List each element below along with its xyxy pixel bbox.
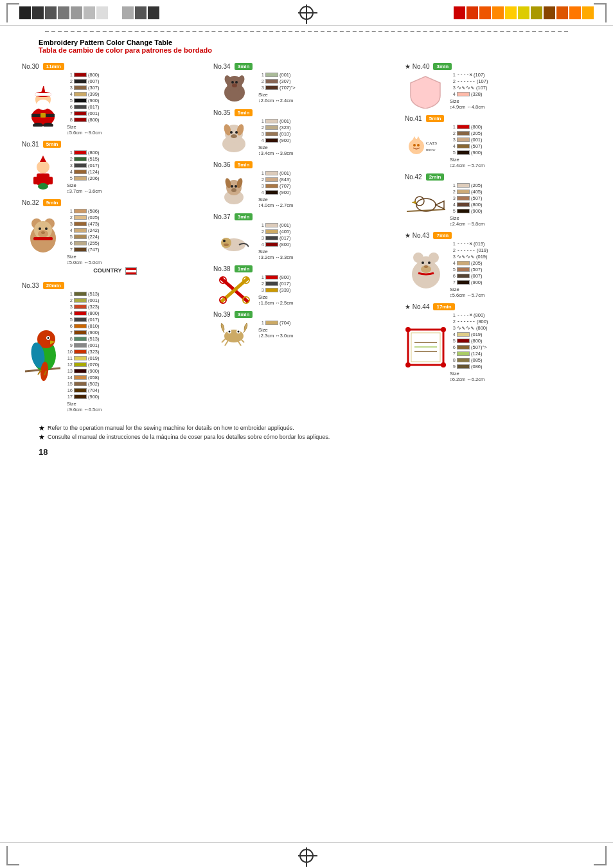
pattern-image-no44 <box>405 312 447 382</box>
cbar <box>71 6 82 19</box>
pattern-badge-no40: 3min <box>433 63 452 70</box>
cbar <box>505 6 517 19</box>
svg-point-97 <box>405 327 411 332</box>
pattern-number-no43: ★ No.43 <box>405 232 429 239</box>
pattern-badge-no44: 17min <box>433 303 454 310</box>
pattern-image-no36 <box>213 170 255 208</box>
pattern-number-no30: No.30 <box>22 63 39 70</box>
pattern-colors-no40: 1----×(107) 2------(107) 3∿∿∿∿(107) 4(32… <box>450 72 591 110</box>
pattern-size-no40: Size↕4.9cm ↔4.8cm <box>450 98 591 110</box>
pattern-no39: No.39 3min <box>211 308 402 348</box>
svg-marker-78 <box>416 136 420 140</box>
pattern-number-no40: ★ No.40 <box>405 63 429 70</box>
svg-point-48 <box>235 131 238 134</box>
svg-point-41 <box>235 81 238 84</box>
parrot-illustration <box>22 314 64 391</box>
svg-point-79 <box>413 144 416 146</box>
santa-illustration <box>24 82 62 127</box>
svg-rect-25 <box>33 237 53 240</box>
cbar <box>454 6 465 19</box>
svg-marker-77 <box>413 136 416 140</box>
bottom-crosshair-center <box>19 849 594 863</box>
right-column: ★ No.40 3min 1----×(107) 2------(107) 3∿… <box>402 60 594 415</box>
svg-point-100 <box>441 362 446 368</box>
bottom-border <box>0 842 613 868</box>
pattern-number-no39: No.39 <box>213 311 231 318</box>
mink-illustration <box>220 229 249 254</box>
pattern-badge-no38: 1min <box>235 265 253 272</box>
pattern-colors-no34: 1(001) 2(307) 3(707)"> Size↕2.6cm ↔2.4cm <box>258 72 400 104</box>
svg-point-98 <box>441 327 446 332</box>
pattern-colors-no30: 1(800) 2(007) 3(307) 4(399) 5(900) 6(017… <box>67 72 208 136</box>
bird-outline-illustration <box>407 193 445 216</box>
pattern-colors-no43: 1----×(019) 2------(019) 3∿∿∿∿(019) 4(20… <box>450 241 591 298</box>
pattern-colors-no32: 1(586) 2(025) 3(473) 4(242) 5(224) 6(255… <box>67 208 208 265</box>
pattern-number-no38: No.38 <box>213 265 231 272</box>
svg-point-40 <box>231 81 234 84</box>
shield-pink-illustration <box>408 73 443 109</box>
star-bullet-1: ★ <box>39 425 45 432</box>
note-row-1: ★ Refer to the operation manual for the … <box>39 425 574 432</box>
scissors-illustration <box>218 276 251 305</box>
svg-point-56 <box>231 188 236 192</box>
color-bars-right <box>454 6 594 19</box>
pattern-no44: ★ No.44 17min <box>402 301 594 385</box>
note-text-1: Refer to the operation manual for the se… <box>48 425 294 431</box>
svg-point-54 <box>231 185 233 188</box>
cbar <box>96 6 108 19</box>
cbar <box>556 6 568 19</box>
svg-point-76 <box>409 139 424 154</box>
pattern-colors-no44: 1----×(800) 2------(800) 3∿∿∿∿(800) 4(01… <box>450 312 591 382</box>
pattern-no34: No.34 3min 1(001) <box>211 60 402 107</box>
cbar <box>544 6 555 19</box>
svg-rect-8 <box>40 113 46 118</box>
svg-point-75 <box>238 331 240 333</box>
pattern-image-no31 <box>22 150 64 194</box>
svg-point-73 <box>229 331 231 333</box>
svg-marker-3 <box>40 85 46 94</box>
pattern-no30: No.30 11min <box>19 60 211 138</box>
cbar <box>19 6 31 19</box>
svg-point-93 <box>428 261 431 264</box>
svg-point-16 <box>38 183 48 190</box>
svg-point-92 <box>422 261 424 264</box>
pattern-badge-no32: 9min <box>43 199 62 206</box>
corner-bracket-br <box>594 846 607 865</box>
dog1-illustration <box>218 72 251 104</box>
crosshair-center <box>159 6 454 20</box>
pattern-size-no34: Size↕2.6cm ↔2.4cm <box>258 92 400 103</box>
crosshair-icon <box>299 6 314 20</box>
svg-point-11 <box>37 161 49 173</box>
svg-point-60 <box>224 244 229 246</box>
pattern-badge-no30: 11min <box>43 63 64 70</box>
cat-text-illustration: CATS meow <box>407 135 445 157</box>
pattern-number-no36: No.36 <box>213 161 231 168</box>
svg-point-84 <box>416 199 436 211</box>
pattern-size-no43: Size↕5.6cm ↔5.7cm <box>450 287 591 298</box>
pattern-colors-no31: 1(800) 2(515) 3(017) 4(124) 5(206) Size↕… <box>67 150 208 194</box>
bear2-illustration <box>407 249 445 290</box>
pattern-image-no40 <box>405 72 447 110</box>
cbar <box>135 6 147 19</box>
pattern-badge-no36: 5min <box>235 161 253 168</box>
cbar <box>45 6 57 19</box>
pattern-image-no30 <box>22 72 64 136</box>
pattern-number-no33: No.33 <box>22 282 39 289</box>
pattern-badge-no41: 5min <box>426 115 445 122</box>
country-flag-icon <box>125 267 137 275</box>
left-column: No.30 11min <box>19 60 211 415</box>
svg-point-80 <box>417 144 420 146</box>
cbar <box>122 6 134 19</box>
cbar <box>518 6 529 19</box>
crab-illustration <box>217 320 252 346</box>
pattern-image-no38 <box>213 274 255 306</box>
pattern-colors-no39: 1(704) Size↕2.3cm ↔3.0cm <box>258 320 400 346</box>
color-bars-left <box>19 6 159 19</box>
pattern-size-no35: Size↕3.4cm ↔3.8cm <box>258 145 400 156</box>
pattern-image-no35 <box>213 118 255 156</box>
svg-rect-14 <box>33 177 39 184</box>
bottom-notes: ★ Refer to the operation manual for the … <box>39 425 574 441</box>
svg-point-22 <box>39 227 41 230</box>
pattern-no31: No.31 5min 1(800) 2(515) <box>19 138 211 197</box>
pattern-no37: No.37 3min 1(001) 2(405) 3(017) <box>211 211 402 263</box>
